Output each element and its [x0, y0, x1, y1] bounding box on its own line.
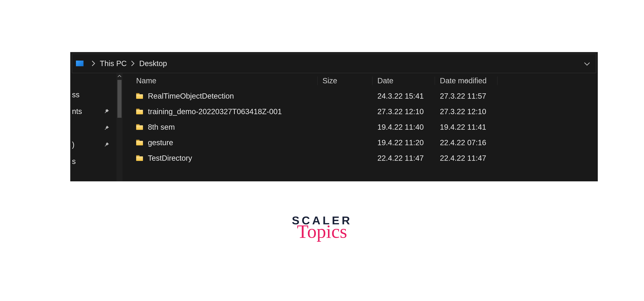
chevron-right-icon	[131, 60, 135, 66]
scroll-up-icon[interactable]	[118, 73, 122, 79]
sidebar-item[interactable]: )	[70, 136, 116, 153]
file-list: Name Size Date Date modified RealTimeObj…	[122, 73, 598, 181]
pin-icon	[104, 124, 110, 132]
scaler-topics-watermark: SCALER Topics	[292, 215, 352, 241]
column-header-date[interactable]: Date	[372, 76, 435, 85]
file-modified: 27.3.22 11:57	[435, 92, 498, 100]
navigation-pane: ss nts )	[70, 73, 122, 181]
file-modified: 19.4.22 11:41	[435, 123, 498, 132]
sidebar-item[interactable]	[70, 120, 116, 136]
column-header-modified-label: Date modified	[440, 76, 487, 85]
chevron-right-icon	[92, 60, 96, 66]
sidebar-item[interactable]: nts	[70, 103, 116, 120]
sidebar-item[interactable]: s	[70, 153, 116, 170]
scrollbar-thumb[interactable]	[118, 80, 122, 118]
table-row[interactable]: gesture 19.4.22 11:20 22.4.22 07:16	[122, 135, 598, 150]
watermark-line2: Topics	[292, 222, 352, 241]
file-name: RealTimeObjectDetection	[148, 92, 234, 100]
column-header-size[interactable]: Size	[318, 76, 372, 85]
file-date: 27.3.22 12:10	[372, 107, 435, 116]
file-explorer-window: This PC Desktop ss nts	[70, 52, 598, 181]
table-row[interactable]: TestDirectory 22.4.22 11:47 22.4.22 11:4…	[122, 150, 598, 166]
pin-icon	[104, 107, 110, 116]
folder-icon	[136, 124, 143, 130]
sidebar-item-label: nts	[72, 107, 82, 116]
sidebar-scrollbar[interactable]	[116, 73, 122, 181]
columns-header: Name Size Date Date modified	[122, 73, 598, 88]
column-header-name[interactable]: Name	[122, 76, 318, 85]
column-header-modified[interactable]: Date modified	[435, 76, 498, 85]
pin-icon	[104, 140, 110, 149]
breadcrumb[interactable]: This PC Desktop	[72, 54, 596, 73]
sort-ascending-icon	[464, 76, 469, 84]
file-date: 19.4.22 11:40	[372, 123, 435, 132]
folder-icon	[136, 93, 143, 99]
file-name: TestDirectory	[148, 154, 192, 162]
folder-icon	[136, 155, 143, 161]
file-rows: RealTimeObjectDetection 24.3.22 15:41 27…	[122, 88, 598, 181]
sidebar-item-label: ss	[72, 90, 80, 99]
file-name: gesture	[148, 138, 173, 147]
breadcrumb-this-pc[interactable]: This PC	[100, 59, 127, 68]
file-date: 24.3.22 15:41	[372, 92, 435, 100]
file-modified: 22.4.22 11:47	[435, 154, 498, 162]
sidebar-item[interactable]: ss	[70, 86, 116, 103]
folder-icon	[136, 140, 143, 146]
table-row[interactable]: RealTimeObjectDetection 24.3.22 15:41 27…	[122, 88, 598, 104]
chevron-down-icon[interactable]	[584, 59, 590, 68]
table-row[interactable]: training_demo-20220327T063418Z-001 27.3.…	[122, 104, 598, 119]
this-pc-icon	[76, 60, 84, 66]
sidebar-item-label: s	[72, 157, 76, 166]
file-date: 22.4.22 11:47	[372, 154, 435, 162]
table-row[interactable]: 8th sem 19.4.22 11:40 19.4.22 11:41	[122, 119, 598, 135]
folder-icon	[136, 109, 143, 114]
file-date: 19.4.22 11:20	[372, 138, 435, 147]
breadcrumb-desktop[interactable]: Desktop	[139, 59, 167, 68]
file-modified: 22.4.22 07:16	[435, 138, 498, 147]
sidebar-item-label: )	[72, 140, 74, 149]
file-name: 8th sem	[148, 123, 175, 132]
file-modified: 27.3.22 12:10	[435, 107, 498, 116]
file-name: training_demo-20220327T063418Z-001	[148, 107, 282, 116]
